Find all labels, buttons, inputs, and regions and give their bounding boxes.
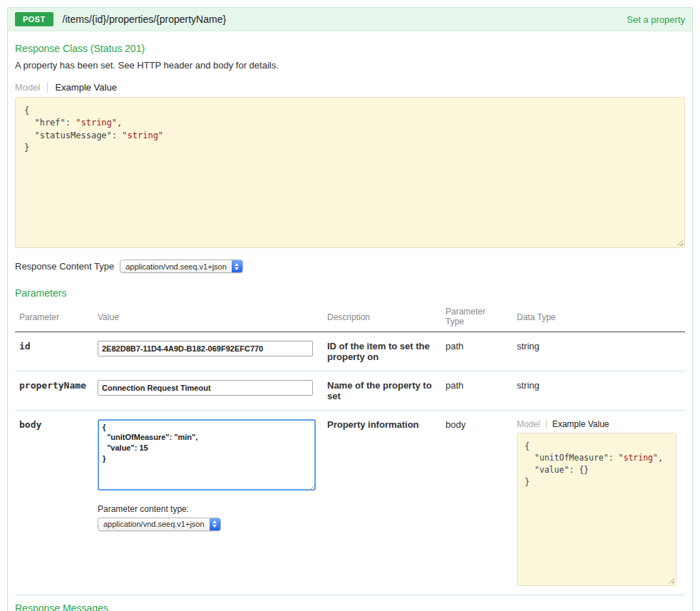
response-content-type-label: Response Content Type — [15, 261, 114, 272]
col-parameter: Parameter — [15, 304, 93, 332]
response-content-type-select[interactable]: application/vnd.seeq.v1+json — [120, 260, 243, 273]
parameter-content-type-label: Parameter content type: — [98, 504, 319, 514]
selected-option: application/vnd.seeq.v1+json — [98, 520, 210, 528]
body-example-json: { "unitOfMeasure": "string", "value": {}… — [525, 441, 669, 488]
select-stepper-icon — [210, 518, 220, 530]
body-sample-tabs: Model Example Value — [517, 419, 681, 429]
col-parameter-type: Parameter Type — [441, 304, 513, 332]
http-method-badge: POST — [15, 12, 53, 26]
param-row-id: id ID of the item to set the property on… — [15, 332, 685, 371]
parameter-content-type-select[interactable]: application/vnd.seeq.v1+json — [98, 518, 221, 531]
param-name: id — [15, 332, 93, 371]
response-example-json: { "href": "string", "statusMessage": "st… — [24, 105, 676, 155]
param-row-body: body { "unitOfMeasure": "min", "value": … — [15, 410, 685, 595]
param-description: Property information — [323, 410, 441, 595]
param-type: path — [441, 332, 513, 371]
param-data-type: string — [513, 332, 685, 371]
response-class-heading: Response Class (Status 201) — [15, 43, 685, 54]
param-name: body — [15, 410, 93, 595]
select-stepper-icon — [232, 260, 242, 272]
resize-grip[interactable] — [667, 577, 674, 584]
response-class-description: A property has been set. See HTTP header… — [15, 60, 685, 71]
col-value: Value — [93, 304, 323, 332]
propertyName-value-input[interactable] — [98, 380, 313, 396]
param-data-type: string — [513, 371, 685, 410]
parameters-heading: Parameters — [15, 287, 685, 299]
body-example-code: { "unitOfMeasure": "string", "value": {}… — [517, 433, 676, 586]
response-messages-heading: Response Messages — [15, 602, 685, 611]
body-textarea-wrap: { "unitOfMeasure": "min", "value": 15 } — [98, 419, 316, 493]
operation-content: Response Class (Status 201) A property h… — [8, 31, 692, 611]
param-name: propertyName — [15, 371, 93, 410]
tab-example-value[interactable]: Example Value — [547, 419, 609, 429]
operation-header[interactable]: POST /items/{id}/properties/{propertyNam… — [8, 8, 692, 31]
param-description: Name of the property to set — [323, 371, 441, 410]
tab-model[interactable]: Model — [15, 82, 48, 93]
param-description: ID of the item to set the property on — [323, 332, 441, 371]
parameters-table: Parameter Value Description Parameter Ty… — [15, 304, 685, 595]
param-type: body — [441, 410, 513, 595]
response-content-type-row: Response Content Type application/vnd.se… — [15, 260, 685, 273]
param-type: path — [441, 371, 513, 410]
tab-model[interactable]: Model — [517, 419, 547, 429]
col-description: Description — [323, 304, 441, 332]
tab-example-value[interactable]: Example Value — [48, 82, 116, 93]
operation-path-link[interactable]: /items/{id}/properties/{propertyName} — [63, 14, 227, 25]
selected-option: application/vnd.seeq.v1+json — [120, 262, 232, 271]
resize-grip[interactable] — [676, 239, 683, 246]
operation-summary-link[interactable]: Set a property — [627, 14, 685, 25]
response-sample-tabs: Model Example Value — [15, 82, 685, 93]
response-example-code: { "href": "string", "statusMessage": "st… — [15, 97, 685, 248]
operation-panel: POST /items/{id}/properties/{propertyNam… — [7, 7, 693, 611]
id-value-input[interactable] — [98, 341, 313, 356]
body-value-textarea[interactable]: { "unitOfMeasure": "min", "value": 15 } — [98, 419, 316, 491]
col-data-type: Data Type — [513, 304, 685, 332]
param-row-propertyName: propertyName Name of the property to set… — [15, 371, 685, 410]
table-header-row: Parameter Value Description Parameter Ty… — [15, 304, 685, 332]
